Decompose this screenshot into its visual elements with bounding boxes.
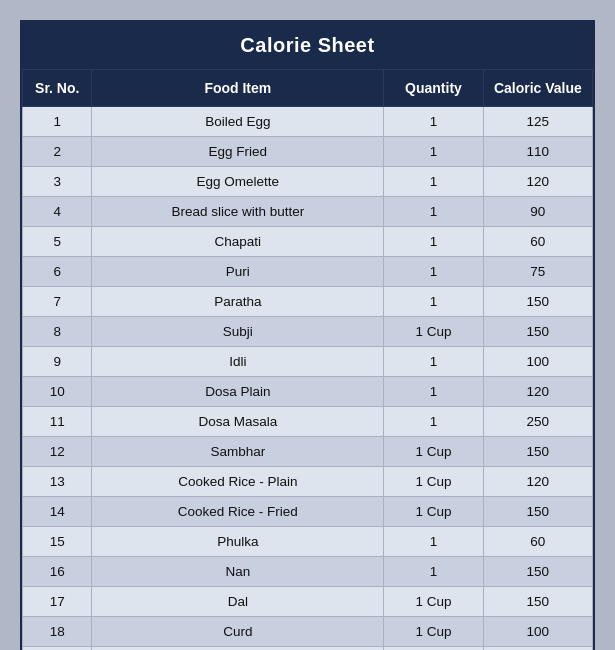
table-row: 6Puri175 [23, 257, 593, 287]
cell-srno: 10 [23, 377, 92, 407]
cell-caloric: 100 [483, 347, 592, 377]
table-row: 2Egg Fried1110 [23, 137, 593, 167]
table-row: 11Dosa Masala1250 [23, 407, 593, 437]
cell-food: Sambhar [92, 437, 384, 467]
table-row: 16Nan1150 [23, 557, 593, 587]
cell-caloric: 150 [483, 287, 592, 317]
cell-food: Egg Fried [92, 137, 384, 167]
cell-quantity: 1 [384, 227, 484, 257]
cell-caloric: 250 [483, 407, 592, 437]
cell-srno: 3 [23, 167, 92, 197]
cell-srno: 5 [23, 227, 92, 257]
cell-srno: 14 [23, 497, 92, 527]
cell-food: Dal [92, 587, 384, 617]
table-row: 4Bread slice with butter190 [23, 197, 593, 227]
cell-quantity: 1 [384, 107, 484, 137]
cell-caloric: 120 [483, 377, 592, 407]
cell-quantity: 1 [384, 347, 484, 377]
cell-caloric: 150 [483, 317, 592, 347]
cell-quantity: 1 [384, 527, 484, 557]
cell-quantity: 1 [384, 137, 484, 167]
table-row: 7Paratha1150 [23, 287, 593, 317]
cell-srno: 7 [23, 287, 92, 317]
cell-food: Bread slice with butter [92, 197, 384, 227]
cell-food: Idli [92, 347, 384, 377]
header-srno: Sr. No. [23, 70, 92, 107]
cell-caloric: 150 [483, 647, 592, 651]
cell-srno: 18 [23, 617, 92, 647]
cell-srno: 16 [23, 557, 92, 587]
cell-quantity: 1 Cup [384, 647, 484, 651]
cell-caloric: 75 [483, 257, 592, 287]
cell-caloric: 150 [483, 437, 592, 467]
table-row: 3Egg Omelette1120 [23, 167, 593, 197]
cell-food: Paratha [92, 287, 384, 317]
cell-quantity: 1 Cup [384, 437, 484, 467]
cell-quantity: 1 [384, 287, 484, 317]
cell-food: Curd [92, 617, 384, 647]
cell-quantity: 1 Cup [384, 317, 484, 347]
cell-quantity: 1 [384, 557, 484, 587]
cell-caloric: 150 [483, 557, 592, 587]
header-quantity: Quantity [384, 70, 484, 107]
cell-srno: 6 [23, 257, 92, 287]
header-food: Food Item [92, 70, 384, 107]
cell-quantity: 1 [384, 167, 484, 197]
table-row: 5Chapati160 [23, 227, 593, 257]
cell-quantity: 1 Cup [384, 467, 484, 497]
cell-food: Cooked Rice - Plain [92, 467, 384, 497]
cell-caloric: 120 [483, 167, 592, 197]
cell-food: Phulka [92, 527, 384, 557]
cell-caloric: 125 [483, 107, 592, 137]
cell-srno: 17 [23, 587, 92, 617]
cell-srno: 15 [23, 527, 92, 557]
calorie-sheet: Calorie Sheet Sr. No. Food Item Quantity… [20, 20, 595, 650]
header-caloric: Caloric Value [483, 70, 592, 107]
table-row: 12Sambhar1 Cup150 [23, 437, 593, 467]
cell-srno: 13 [23, 467, 92, 497]
cell-caloric: 150 [483, 497, 592, 527]
cell-srno: 12 [23, 437, 92, 467]
sheet-title: Calorie Sheet [22, 22, 593, 69]
cell-srno: 4 [23, 197, 92, 227]
cell-caloric: 100 [483, 617, 592, 647]
cell-quantity: 1 [384, 407, 484, 437]
table-row: 18Curd1 Cup100 [23, 617, 593, 647]
cell-food: Chapati [92, 227, 384, 257]
cell-food: Subji [92, 317, 384, 347]
cell-caloric: 60 [483, 227, 592, 257]
cell-srno: 2 [23, 137, 92, 167]
cell-food: Dosa Plain [92, 377, 384, 407]
cell-caloric: 110 [483, 137, 592, 167]
cell-srno: 1 [23, 107, 92, 137]
cell-food: Nan [92, 557, 384, 587]
cell-food: Curry, Vegetable [92, 647, 384, 651]
cell-quantity: 1 Cup [384, 497, 484, 527]
table-row: 15Phulka160 [23, 527, 593, 557]
cell-caloric: 150 [483, 587, 592, 617]
cell-food: Egg Omelette [92, 167, 384, 197]
cell-srno: 11 [23, 407, 92, 437]
table-row: 13Cooked Rice - Plain1 Cup120 [23, 467, 593, 497]
cell-caloric: 120 [483, 467, 592, 497]
cell-quantity: 1 [384, 377, 484, 407]
table-row: 8Subji1 Cup150 [23, 317, 593, 347]
table-row: 1Boiled Egg1125 [23, 107, 593, 137]
calorie-table: Sr. No. Food Item Quantity Caloric Value… [22, 69, 593, 650]
cell-quantity: 1 Cup [384, 617, 484, 647]
cell-srno: 19 [23, 647, 92, 651]
cell-food: Dosa Masala [92, 407, 384, 437]
cell-quantity: 1 Cup [384, 587, 484, 617]
cell-quantity: 1 [384, 257, 484, 287]
table-row: 19Curry, Vegetable1 Cup150 [23, 647, 593, 651]
cell-food: Puri [92, 257, 384, 287]
table-header-row: Sr. No. Food Item Quantity Caloric Value [23, 70, 593, 107]
cell-srno: 9 [23, 347, 92, 377]
cell-food: Cooked Rice - Fried [92, 497, 384, 527]
cell-srno: 8 [23, 317, 92, 347]
cell-food: Boiled Egg [92, 107, 384, 137]
table-row: 14Cooked Rice - Fried1 Cup150 [23, 497, 593, 527]
cell-caloric: 60 [483, 527, 592, 557]
table-body: 1Boiled Egg11252Egg Fried11103Egg Omelet… [23, 107, 593, 651]
cell-quantity: 1 [384, 197, 484, 227]
